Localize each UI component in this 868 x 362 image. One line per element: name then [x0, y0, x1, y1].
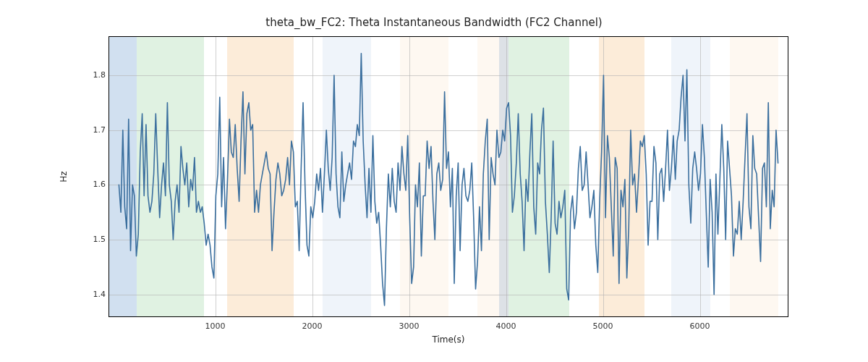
x-tick-label: 6000: [689, 321, 710, 331]
y-axis-label: Hz: [59, 171, 69, 182]
y-tick-label: 1.5: [85, 235, 106, 244]
x-tick-label: 1000: [205, 321, 225, 331]
x-tick-label: 2000: [302, 321, 322, 331]
x-axis-label: Time(s): [109, 334, 788, 345]
plot-area: [109, 36, 788, 317]
y-tick-label: 1.7: [85, 125, 106, 134]
line-series: [109, 37, 788, 316]
chart-title: theta_bw_FC2: Theta Instantaneous Bandwi…: [0, 16, 868, 29]
x-tick-label: 3000: [399, 321, 419, 331]
y-tick-label: 1.8: [85, 70, 106, 79]
x-tick-label: 4000: [495, 321, 516, 331]
x-tick-label: 5000: [592, 321, 613, 331]
y-tick-label: 1.4: [85, 289, 106, 298]
chart-figure: theta_bw_FC2: Theta Instantaneous Bandwi…: [0, 0, 868, 362]
y-tick-label: 1.6: [85, 180, 106, 189]
